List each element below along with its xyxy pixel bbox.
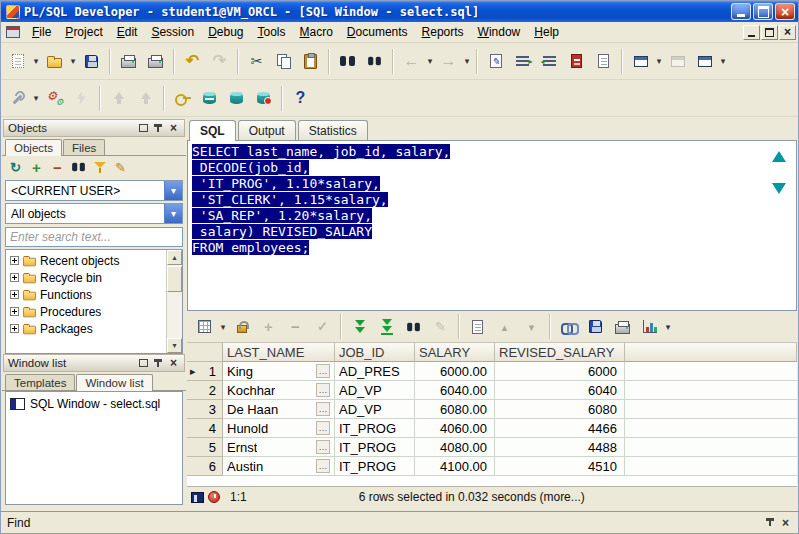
- window-gray-button[interactable]: [665, 49, 690, 74]
- column-header-last-name[interactable]: LAST_NAME: [223, 343, 335, 362]
- find-button[interactable]: [335, 49, 360, 74]
- row-number[interactable]: 2: [187, 381, 223, 400]
- close-button[interactable]: [775, 3, 795, 20]
- save-button[interactable]: [79, 49, 104, 74]
- tree-item-recent-objects[interactable]: Recent objects: [6, 252, 182, 269]
- window-list-item[interactable]: SQL Window - select.sql: [8, 395, 180, 412]
- open-dropdown-icon[interactable]: [68, 49, 78, 74]
- menu-help[interactable]: Help: [527, 23, 566, 41]
- cell-job-id[interactable]: IT_PROG: [335, 438, 415, 457]
- cell-revised-salary[interactable]: 6000: [495, 362, 625, 381]
- column-header-salary[interactable]: SALARY: [415, 343, 495, 362]
- tree-scrollbar[interactable]: [166, 250, 182, 353]
- result-grid[interactable]: LAST_NAME JOB_ID SALARY REVISED_SALARY 1…: [187, 343, 797, 486]
- sort-descending-button[interactable]: [519, 314, 544, 339]
- tree-item-recycle-bin[interactable]: Recycle bin: [6, 269, 182, 286]
- window-list-header[interactable]: Window list: [3, 354, 185, 372]
- filter-button[interactable]: [90, 158, 109, 177]
- tree-item-functions[interactable]: Functions: [6, 286, 182, 303]
- maximize-button[interactable]: [753, 3, 773, 20]
- scroll-down-icon[interactable]: [167, 338, 182, 353]
- cell-last-name[interactable]: De Haan: [223, 400, 335, 419]
- back-button[interactable]: [399, 49, 424, 74]
- new-sql-window-dropdown-icon[interactable]: [654, 49, 664, 74]
- status-message[interactable]: 6 rows selected in 0.032 seconds (more..…: [359, 490, 585, 504]
- back-dropdown-icon[interactable]: [425, 49, 435, 74]
- cell-ellipsis-button[interactable]: [316, 440, 330, 454]
- scroll-thumb[interactable]: [167, 266, 182, 292]
- preferences-button[interactable]: [42, 86, 67, 111]
- cell-salary[interactable]: 4080.00: [415, 438, 495, 457]
- pin-panel-icon[interactable]: [152, 357, 165, 370]
- grid-options-dropdown-icon[interactable]: [218, 314, 228, 339]
- cell-last-name[interactable]: Ernst: [223, 438, 335, 457]
- cell-ellipsis-button[interactable]: [316, 383, 330, 397]
- sql-editor[interactable]: SELECT last_name, job_id, salary, DECODE…: [187, 141, 797, 311]
- pin-panel-icon[interactable]: [764, 516, 777, 529]
- redo-button[interactable]: [207, 49, 232, 74]
- cell-ellipsis-button[interactable]: [316, 364, 330, 378]
- cell-ellipsis-button[interactable]: [316, 402, 330, 416]
- grid-options-button[interactable]: [192, 314, 217, 339]
- title-bar[interactable]: PL/SQL Developer - student1@VM_ORCL - [S…: [1, 1, 798, 22]
- print-grid-button[interactable]: [610, 314, 635, 339]
- help-button[interactable]: [288, 86, 313, 111]
- lock-button[interactable]: [229, 314, 254, 339]
- window-arrange-dropdown-icon[interactable]: [718, 49, 728, 74]
- current-user-dropdown[interactable]: <CURRENT USER>: [5, 180, 183, 201]
- close-panel-icon[interactable]: [779, 516, 792, 529]
- new-window-dropdown-icon[interactable]: [31, 49, 41, 74]
- expand-button[interactable]: [27, 158, 46, 177]
- pin-panel-icon[interactable]: [152, 122, 165, 135]
- configure-tools-dropdown-icon[interactable]: [31, 86, 41, 111]
- cell-ellipsis-button[interactable]: [316, 421, 330, 435]
- object-search-input[interactable]: [5, 227, 183, 247]
- cell-last-name[interactable]: Austin: [223, 457, 335, 476]
- dropdown-arrow-icon[interactable]: [164, 181, 182, 200]
- cell-job-id[interactable]: AD_VP: [335, 400, 415, 419]
- edit-page-button[interactable]: [483, 49, 508, 74]
- row-number[interactable]: 6: [187, 457, 223, 476]
- close-panel-icon[interactable]: [167, 122, 180, 135]
- mdi-restore-button[interactable]: [761, 25, 778, 40]
- cell-last-name[interactable]: Kochhar: [223, 381, 335, 400]
- fetch-next-button[interactable]: [347, 314, 372, 339]
- cell-salary[interactable]: 6000.00: [415, 362, 495, 381]
- menu-reports[interactable]: Reports: [415, 23, 471, 41]
- tree-item-procedures[interactable]: Procedures: [6, 303, 182, 320]
- navigate-up-icon[interactable]: [772, 151, 786, 162]
- cell-revised-salary[interactable]: 4466: [495, 419, 625, 438]
- float-panel-icon[interactable]: [137, 357, 150, 370]
- menu-tools[interactable]: Tools: [251, 23, 293, 41]
- break-status-icon[interactable]: [191, 492, 204, 503]
- document-button[interactable]: [591, 49, 616, 74]
- database-button[interactable]: [224, 86, 249, 111]
- column-header-revised-salary[interactable]: REVISED_SALARY: [495, 343, 625, 362]
- float-panel-icon[interactable]: [137, 122, 150, 135]
- dropdown-arrow-icon[interactable]: [164, 204, 182, 223]
- objects-tree[interactable]: Recent objects Recycle bin Functions Pro…: [5, 249, 183, 354]
- menu-window[interactable]: Window: [471, 23, 528, 41]
- cell-ellipsis-button[interactable]: [316, 459, 330, 473]
- configure-tools-button[interactable]: [5, 86, 30, 111]
- cut-button[interactable]: [244, 49, 269, 74]
- tab-output[interactable]: Output: [238, 120, 296, 140]
- edit-cell-button[interactable]: [428, 314, 453, 339]
- collapse-button[interactable]: [48, 158, 67, 177]
- find-next-button[interactable]: [362, 49, 387, 74]
- menu-session[interactable]: Session: [144, 23, 201, 41]
- minimize-button[interactable]: [731, 3, 751, 20]
- users-button[interactable]: [170, 86, 195, 111]
- row-number[interactable]: 1: [187, 362, 223, 381]
- tree-item-packages[interactable]: Packages: [6, 320, 182, 337]
- expand-icon[interactable]: [10, 256, 19, 265]
- cell-salary[interactable]: 4060.00: [415, 419, 495, 438]
- menu-debug[interactable]: Debug: [201, 23, 250, 41]
- menu-documents[interactable]: Documents: [340, 23, 415, 41]
- special-report-button[interactable]: [564, 49, 589, 74]
- save-grid-button[interactable]: [583, 314, 608, 339]
- tab-window-list[interactable]: Window list: [76, 374, 152, 391]
- sql-window-document-icon[interactable]: [6, 26, 20, 38]
- cell-revised-salary[interactable]: 6040: [495, 381, 625, 400]
- object-find-button[interactable]: [69, 158, 88, 177]
